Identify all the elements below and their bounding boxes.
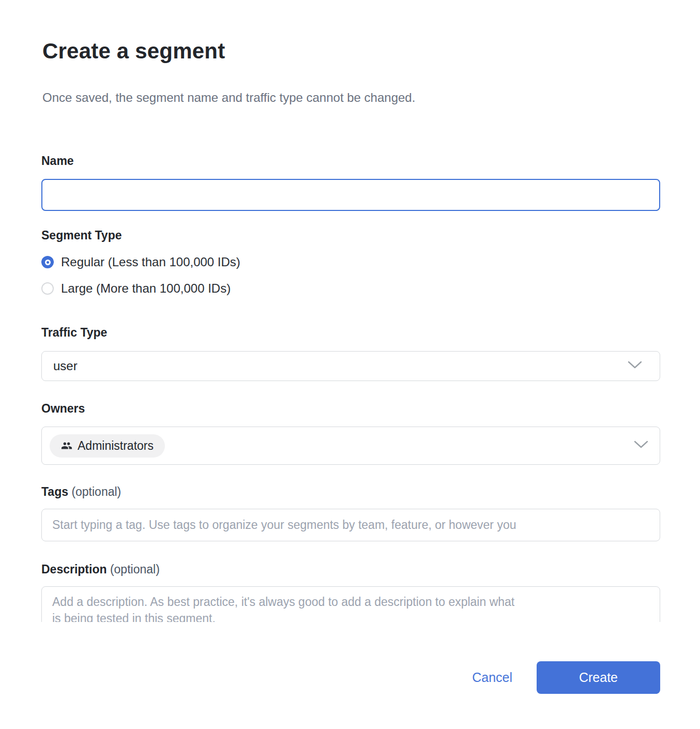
segment-type-radio-large[interactable]: Large (More than 100,000 IDs): [41, 281, 660, 296]
description-label: Description (optional): [41, 562, 660, 576]
tags-optional-text: (optional): [71, 485, 121, 498]
radio-label-regular: Regular (Less than 100,000 IDs): [61, 255, 240, 269]
radio-unselected-icon[interactable]: [41, 282, 54, 295]
owners-label: Owners: [41, 401, 660, 416]
create-segment-dialog: Create a segment Once saved, the segment…: [0, 0, 700, 622]
segment-type-label: Segment Type: [41, 228, 660, 242]
dialog-subtitle: Once saved, the segment name and traffic…: [42, 91, 660, 104]
dialog-footer: Cancel Create: [0, 661, 700, 694]
page-title: Create a segment: [42, 38, 660, 64]
radio-dot: [45, 260, 51, 265]
owners-select[interactable]: Administrators: [41, 427, 660, 465]
traffic-type-value: user: [53, 359, 628, 373]
tags-label: Tags (optional): [41, 484, 660, 499]
name-input[interactable]: [41, 179, 660, 211]
chevron-down-icon: [628, 361, 642, 371]
name-label: Name: [41, 154, 660, 168]
traffic-type-select[interactable]: user: [41, 351, 660, 381]
cancel-button[interactable]: Cancel: [472, 670, 512, 685]
create-button[interactable]: Create: [537, 661, 660, 694]
owner-chip-administrators[interactable]: Administrators: [50, 434, 165, 458]
people-icon: [61, 440, 72, 451]
tags-input[interactable]: [41, 509, 660, 541]
description-optional-text: (optional): [110, 563, 160, 576]
traffic-type-label: Traffic Type: [41, 325, 660, 340]
radio-label-large: Large (More than 100,000 IDs): [61, 281, 231, 296]
description-clip-region: [41, 586, 660, 622]
segment-type-radio-regular[interactable]: Regular (Less than 100,000 IDs): [41, 255, 660, 269]
owner-chip-label: Administrators: [78, 439, 154, 453]
tags-label-text: Tags: [41, 485, 68, 498]
description-label-text: Description: [41, 563, 107, 576]
description-textarea[interactable]: [41, 586, 660, 622]
radio-selected-icon[interactable]: [41, 256, 54, 268]
chevron-down-icon: [634, 441, 648, 451]
